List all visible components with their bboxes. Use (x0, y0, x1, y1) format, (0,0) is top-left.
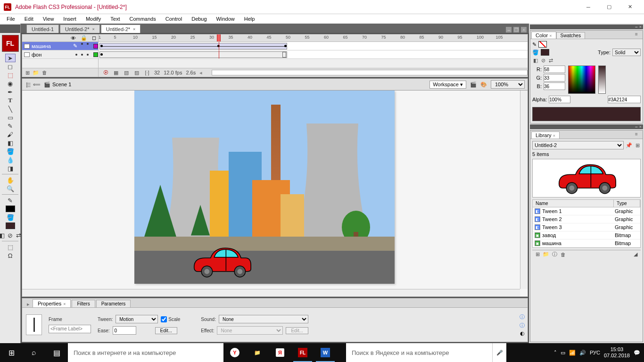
eyedropper-tool[interactable]: 💧 (5, 156, 16, 164)
tab-parameters[interactable]: Parameters (96, 300, 131, 307)
nocolor-icon[interactable]: ⊘ (540, 57, 546, 64)
pin-icon[interactable]: 📌 (626, 142, 632, 148)
menu-commands[interactable]: Commands (124, 15, 160, 23)
doc-restore-icon[interactable]: ❐ (513, 26, 520, 33)
app-yandex[interactable]: Y (223, 343, 246, 362)
layer-color-chip[interactable] (93, 44, 98, 49)
snap-tool[interactable]: ⬚ (5, 243, 16, 251)
app-yandex-search[interactable]: Я (269, 343, 291, 362)
stage-h-scrollbar[interactable] (22, 289, 520, 296)
delete-icon[interactable]: 🗑 (560, 251, 566, 258)
library-item[interactable]: ▣заводBitmap (533, 231, 640, 239)
edit-symbol-icon[interactable]: 🎨 (480, 81, 487, 88)
menu-control[interactable]: Control (161, 15, 187, 23)
rectangle-tool[interactable]: ▭ (5, 113, 16, 122)
ruler-mark[interactable]: 65 (343, 35, 347, 40)
properties-icon[interactable]: ⓘ (551, 251, 558, 258)
lasso-tool[interactable]: ◉ (5, 79, 16, 88)
ruler-mark[interactable]: 45 (266, 35, 271, 40)
menu-file[interactable]: File (2, 15, 20, 23)
ink-bottle-tool[interactable]: ◧ (5, 139, 16, 147)
doc-tab-1[interactable]: Untitled-1 (26, 25, 59, 33)
tween-select[interactable]: Motion (116, 315, 158, 323)
doc-close-icon[interactable]: × (520, 26, 527, 33)
app-word[interactable]: W (314, 343, 337, 362)
close-icon[interactable]: × (133, 27, 135, 32)
doc-minimize-icon[interactable]: ‒ (505, 26, 512, 33)
ruler-mark[interactable]: 20 (171, 35, 176, 40)
menu-text[interactable]: Text (106, 15, 124, 23)
ease-edit-button[interactable]: Edit... (155, 327, 178, 334)
free-transform-tool[interactable]: ⬚ (5, 71, 16, 79)
task-view-icon[interactable]: ▤ (45, 343, 68, 362)
tab-filters[interactable]: Filters (72, 300, 95, 307)
pencil-tool[interactable]: ✎ (5, 122, 16, 130)
cortana-search[interactable]: Поиск в интернете и на компьютере (68, 343, 223, 362)
tray-clock[interactable]: 15:03 07.02.2018 (604, 346, 630, 359)
tray-battery-icon[interactable]: ▭ (561, 350, 565, 356)
fill-swatch[interactable] (6, 222, 15, 229)
minimize-button[interactable]: ─ (578, 0, 599, 14)
fill-color-tool[interactable]: 🪣 (5, 213, 16, 222)
ruler-mark[interactable]: 40 (248, 35, 252, 40)
new-layer-icon[interactable]: ⊞ (24, 69, 31, 76)
tray-notifications-icon[interactable]: 💬 (634, 350, 640, 356)
ruler-mark[interactable]: 75 (381, 35, 386, 40)
menu-window[interactable]: Window (212, 15, 239, 23)
start-button[interactable]: ⊞ (0, 343, 23, 362)
tray-lang[interactable]: РУС (590, 350, 600, 355)
col-name[interactable]: Name (533, 200, 614, 207)
sound-select[interactable]: None (219, 315, 308, 323)
ruler-mark[interactable]: 30 (209, 35, 214, 40)
r-input[interactable] (544, 66, 565, 73)
playhead[interactable] (217, 34, 221, 41)
ruler-mark[interactable]: 35 (228, 35, 233, 40)
eraser-tool[interactable]: ◨ (5, 164, 16, 173)
help-icon[interactable]: ⓘ (520, 313, 525, 321)
edit-scene-icon[interactable]: ⬱ (25, 81, 32, 88)
scene-name[interactable]: Scene 1 (52, 82, 71, 87)
ruler-mark[interactable]: 55 (305, 35, 309, 40)
outline-icon[interactable]: ◻ (92, 35, 96, 41)
bw-icon[interactable]: ◧ (532, 57, 539, 64)
car-sprite[interactable] (182, 245, 262, 279)
app-flash[interactable]: FL (291, 343, 314, 362)
ease-input[interactable] (113, 326, 136, 335)
library-item[interactable]: ◧Tween 1Graphic (533, 207, 640, 215)
new-folder-icon[interactable]: 📁 (543, 251, 549, 258)
b-input[interactable] (544, 82, 565, 90)
tray-chevron-icon[interactable]: ˄ (554, 350, 557, 356)
tab-color[interactable]: Color× (531, 32, 556, 39)
hand-tool[interactable]: ✋ (5, 176, 16, 184)
pen-tool[interactable]: ✒ (5, 88, 16, 96)
alpha-input[interactable] (549, 96, 570, 103)
black-white-tool[interactable]: ◧ (0, 231, 5, 239)
tween-span[interactable] (99, 43, 287, 49)
yandex-search[interactable]: Поиск в Яндексе и на компьютере (346, 343, 492, 362)
library-item[interactable]: ◧Tween 2Graphic (533, 215, 640, 223)
menu-help[interactable]: Help (239, 15, 260, 23)
tab-library[interactable]: Library× (531, 132, 560, 139)
bucket-icon[interactable]: 🪣 (532, 49, 539, 56)
layer-row-fon[interactable]: фон (22, 50, 528, 59)
zoom-tool[interactable]: 🔍 (5, 184, 16, 193)
library-item[interactable]: ▣машинаBitmap (533, 239, 640, 247)
frame-span[interactable] (99, 51, 287, 58)
timeline-scrollbar[interactable] (212, 70, 528, 75)
timeline-ruler[interactable]: 1510152025303540455055606570758085909510… (99, 34, 528, 41)
ruler-mark[interactable]: 5 (114, 35, 116, 40)
subselection-tool[interactable]: ◻ (5, 62, 16, 71)
no-color-tool[interactable]: ⊘ (8, 231, 13, 239)
tab-swatches[interactable]: Swatches (556, 32, 585, 39)
option-tool[interactable]: Ω (5, 251, 16, 260)
end-frame-icon[interactable] (282, 52, 286, 58)
ruler-mark[interactable]: 80 (400, 35, 405, 40)
ruler-mark[interactable]: 60 (324, 35, 329, 40)
pencil-icon[interactable]: ✎ (532, 41, 537, 48)
swap-icon[interactable]: ⇄ (547, 57, 554, 64)
maximize-button[interactable]: ▢ (599, 0, 619, 14)
stroke-none-swatch[interactable] (538, 41, 547, 48)
scale-checkbox[interactable] (161, 316, 167, 322)
close-icon[interactable]: × (92, 27, 94, 32)
zoom-select[interactable]: 100% (491, 80, 525, 89)
